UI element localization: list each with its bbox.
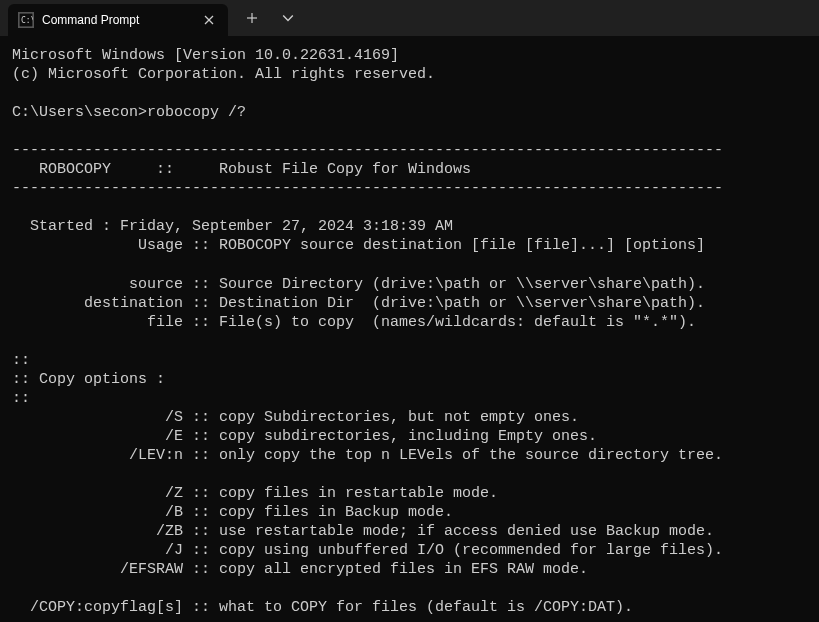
new-tab-button[interactable] <box>236 2 268 34</box>
tab-controls <box>236 0 304 36</box>
tab-title: Command Prompt <box>42 13 192 27</box>
tab-command-prompt[interactable]: C:\ Command Prompt <box>8 4 228 36</box>
title-bar: C:\ Command Prompt <box>0 0 819 36</box>
close-icon[interactable] <box>200 11 218 29</box>
svg-text:C:\: C:\ <box>21 16 33 25</box>
cmd-icon: C:\ <box>18 12 34 28</box>
terminal-output[interactable]: Microsoft Windows [Version 10.0.22631.41… <box>0 36 819 622</box>
tab-dropdown-button[interactable] <box>272 2 304 34</box>
